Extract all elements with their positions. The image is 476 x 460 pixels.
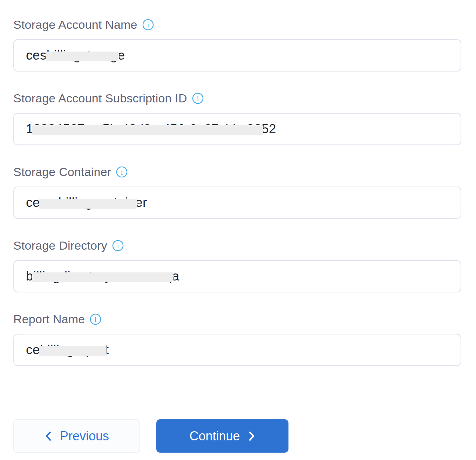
input-value: cesrebillingcontainer [26, 195, 147, 211]
field-label: Report Name [13, 311, 85, 327]
redaction-overlay: billingrepor [40, 342, 105, 358]
redaction-overlay: 2884567-cc5b-42d9-a456-6a67cbbc22 [33, 121, 261, 137]
storage-container-input[interactable]: cesrebillingcontainer [13, 187, 461, 219]
chevron-right-icon [248, 431, 256, 442]
input-value: cesbillingstorage [26, 47, 125, 63]
info-icon[interactable]: i [112, 239, 124, 252]
field-storage-account-name: Storage Account Name i cesbillingstorage [13, 17, 462, 72]
input-value: 12884567-cc5b-42d9-a456-6a67cbbc2252 [26, 121, 276, 137]
input-value: cebillingreport [26, 342, 109, 358]
field-storage-account-subscription-id: Storage Account Subscription ID i 128845… [13, 90, 462, 145]
info-icon[interactable]: i [116, 166, 128, 178]
field-storage-container: Storage Container i cesrebillingcontaine… [13, 164, 462, 219]
previous-button[interactable]: Previous [13, 419, 140, 453]
field-label: Storage Container [13, 164, 111, 180]
svg-text:i: i [95, 316, 97, 323]
continue-button[interactable]: Continue [156, 419, 288, 453]
storage-account-subscription-id-input[interactable]: 12884567-cc5b-42d9-a456-6a67cbbc2252 [13, 113, 461, 145]
storage-settings-form: Storage Account Name i cesbillingstorage… [0, 0, 476, 453]
svg-text:i: i [147, 21, 149, 29]
continue-button-label: Continue [189, 429, 240, 444]
field-label: Storage Account Name [13, 17, 137, 32]
form-actions: Previous Continue [13, 419, 462, 453]
report-name-input[interactable]: cebillingreport [13, 334, 461, 366]
storage-directory-input[interactable]: billingdirectorynamecusqa [13, 260, 461, 292]
storage-account-name-input[interactable]: cesbillingstorage [13, 39, 461, 72]
svg-text:i: i [117, 242, 119, 250]
info-icon[interactable]: i [192, 92, 204, 104]
field-storage-directory: Storage Directory i billingdirectoryname… [13, 238, 462, 292]
info-icon[interactable]: i [142, 19, 154, 31]
info-icon[interactable]: i [89, 313, 102, 325]
redaction-overlay: illingdirectorynamecusq [33, 268, 172, 284]
svg-text:i: i [121, 168, 123, 176]
field-label: Storage Directory [13, 238, 107, 253]
redaction-overlay: billingstorag [47, 47, 118, 63]
chevron-left-icon [45, 431, 52, 442]
svg-text:i: i [197, 95, 199, 102]
input-value: billingdirectorynamecusqa [26, 268, 179, 284]
field-label: Storage Account Subscription ID [13, 90, 187, 106]
field-report-name: Report Name i cebillingreport [13, 311, 462, 366]
previous-button-label: Previous [60, 429, 109, 444]
redaction-overlay: srebillingcontain [40, 195, 135, 211]
